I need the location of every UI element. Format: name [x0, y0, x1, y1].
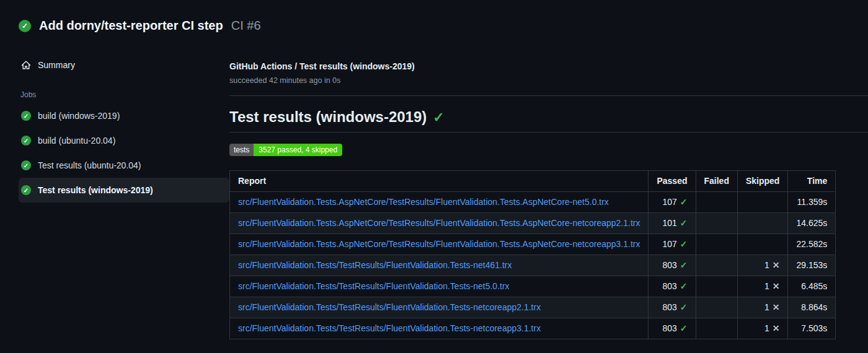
failed-cell	[696, 255, 737, 276]
failed-cell	[696, 213, 737, 234]
job-success-icon: ✓	[21, 185, 31, 195]
column-header-failed: Failed	[696, 171, 737, 192]
section-check-icon: ✓	[433, 110, 444, 125]
skip-x-icon: ✕	[773, 281, 780, 291]
report-cell: src/FluentValidation.Tests/TestResults/F…	[230, 255, 649, 276]
job-success-icon: ✓	[21, 160, 31, 170]
section-title: Test results (windows-2019)✓	[229, 108, 868, 133]
skipped-cell: 1✕	[737, 318, 787, 339]
report-cell: src/FluentValidation.Tests.AspNetCore/Te…	[230, 192, 649, 213]
column-header-skipped: Skipped	[737, 171, 787, 192]
report-link[interactable]: src/FluentValidation.Tests/TestResults/F…	[238, 281, 510, 291]
tests-badge-value: 3527 passed, 4 skipped	[254, 144, 342, 156]
header-divider	[229, 95, 868, 96]
report-cell: src/FluentValidation.Tests.AspNetCore/Te…	[230, 234, 649, 255]
time-cell: 14.625s	[788, 213, 836, 234]
tests-badge: tests 3527 passed, 4 skipped	[229, 144, 342, 156]
skip-x-icon: ✕	[773, 302, 780, 312]
sidebar-job-item[interactable]: ✓ build (ubuntu-20.04)	[19, 128, 229, 153]
report-cell: src/FluentValidation.Tests/TestResults/F…	[230, 297, 649, 318]
run-header: ✓ Add dorny/test-reporter CI step CI #6	[0, 0, 868, 33]
table-row: src/FluentValidation.Tests.AspNetCore/Te…	[230, 192, 836, 213]
jobs-section-label: Jobs	[19, 90, 229, 99]
check-run-title: GitHub Actions / Test results (windows-2…	[229, 61, 868, 71]
passed-cell: 101✓	[649, 213, 696, 234]
table-row: src/FluentValidation.Tests.AspNetCore/Te…	[230, 234, 836, 255]
pass-check-icon: ✓	[680, 302, 688, 312]
pass-check-icon: ✓	[680, 281, 688, 291]
failed-cell	[696, 234, 737, 255]
table-row: src/FluentValidation.Tests/TestResults/F…	[230, 318, 836, 339]
report-cell: src/FluentValidation.Tests/TestResults/F…	[230, 318, 649, 339]
sidebar-item-summary[interactable]: Summary	[19, 58, 229, 72]
time-cell: 7.503s	[788, 318, 836, 339]
report-link[interactable]: src/FluentValidation.Tests.AspNetCore/Te…	[238, 218, 640, 228]
skipped-cell	[737, 213, 787, 234]
check-run-status: succeeded 42 minutes ago in 0s	[229, 76, 868, 85]
skipped-cell: 1✕	[737, 255, 787, 276]
report-cell: src/FluentValidation.Tests.AspNetCore/Te…	[230, 213, 649, 234]
passed-cell: 107✓	[649, 234, 696, 255]
pass-check-icon: ✓	[680, 197, 688, 207]
sidebar-job-item[interactable]: ✓ build (windows-2019)	[19, 103, 229, 128]
column-header-report: Report	[230, 171, 649, 192]
table-row: src/FluentValidation.Tests/TestResults/F…	[230, 297, 836, 318]
table-header-row: ReportPassedFailedSkippedTime	[230, 171, 836, 192]
job-success-icon: ✓	[21, 111, 31, 121]
summary-label: Summary	[38, 60, 75, 70]
table-body: src/FluentValidation.Tests.AspNetCore/Te…	[230, 192, 836, 339]
passed-cell: 107✓	[649, 192, 696, 213]
report-link[interactable]: src/FluentValidation.Tests/TestResults/F…	[238, 323, 541, 333]
sidebar: Summary Jobs ✓ build (windows-2019) ✓ bu…	[0, 58, 229, 339]
section-title-text: Test results (windows-2019)	[229, 108, 427, 125]
report-cell: src/FluentValidation.Tests/TestResults/F…	[230, 276, 649, 297]
failed-cell	[696, 318, 737, 339]
report-link[interactable]: src/FluentValidation.Tests.AspNetCore/Te…	[238, 197, 609, 207]
skipped-cell	[737, 192, 787, 213]
column-header-time: Time	[788, 171, 836, 192]
passed-cell: 803✓	[649, 297, 696, 318]
time-cell: 8.864s	[788, 297, 836, 318]
time-cell: 11.359s	[788, 192, 836, 213]
skipped-cell: 1✕	[737, 276, 787, 297]
run-number: CI #6	[231, 19, 261, 33]
failed-cell	[696, 192, 737, 213]
job-item-label: Test results (ubuntu-20.04)	[38, 160, 141, 170]
jobs-list: ✓ build (windows-2019) ✓ build (ubuntu-2…	[19, 103, 229, 203]
skip-x-icon: ✕	[773, 260, 780, 270]
pass-check-icon: ✓	[680, 218, 688, 228]
passed-cell: 803✓	[649, 276, 696, 297]
home-icon	[21, 60, 31, 70]
passed-cell: 803✓	[649, 255, 696, 276]
skipped-cell	[737, 234, 787, 255]
pass-check-icon: ✓	[680, 260, 688, 270]
main-content: GitHub Actions / Test results (windows-2…	[229, 58, 868, 339]
job-item-label: Test results (windows-2019)	[38, 185, 153, 195]
time-cell: 6.485s	[788, 276, 836, 297]
report-link[interactable]: src/FluentValidation.Tests/TestResults/F…	[238, 302, 541, 312]
pass-check-icon: ✓	[680, 239, 688, 249]
skipped-cell: 1✕	[737, 297, 787, 318]
job-success-icon: ✓	[21, 136, 31, 146]
job-item-label: build (windows-2019)	[38, 111, 120, 121]
sidebar-job-item[interactable]: ✓ Test results (windows-2019)	[19, 178, 229, 203]
sidebar-job-item[interactable]: ✓ Test results (ubuntu-20.04)	[19, 153, 229, 178]
table-row: src/FluentValidation.Tests/TestResults/F…	[230, 255, 836, 276]
pass-check-icon: ✓	[680, 323, 688, 333]
time-cell: 22.582s	[788, 234, 836, 255]
run-success-icon: ✓	[19, 20, 31, 32]
test-results-table: ReportPassedFailedSkippedTime src/Fluent…	[229, 170, 836, 339]
failed-cell	[696, 276, 737, 297]
table-row: src/FluentValidation.Tests/TestResults/F…	[230, 276, 836, 297]
column-header-passed: Passed	[649, 171, 696, 192]
table-row: src/FluentValidation.Tests.AspNetCore/Te…	[230, 213, 836, 234]
skip-x-icon: ✕	[773, 323, 780, 333]
run-title: Add dorny/test-reporter CI step	[39, 19, 223, 33]
job-item-label: build (ubuntu-20.04)	[38, 136, 115, 146]
tests-badge-label: tests	[229, 144, 254, 156]
report-link[interactable]: src/FluentValidation.Tests/TestResults/F…	[238, 260, 512, 270]
passed-cell: 803✓	[649, 318, 696, 339]
failed-cell	[696, 297, 737, 318]
report-link[interactable]: src/FluentValidation.Tests.AspNetCore/Te…	[238, 239, 640, 249]
time-cell: 29.153s	[788, 255, 836, 276]
